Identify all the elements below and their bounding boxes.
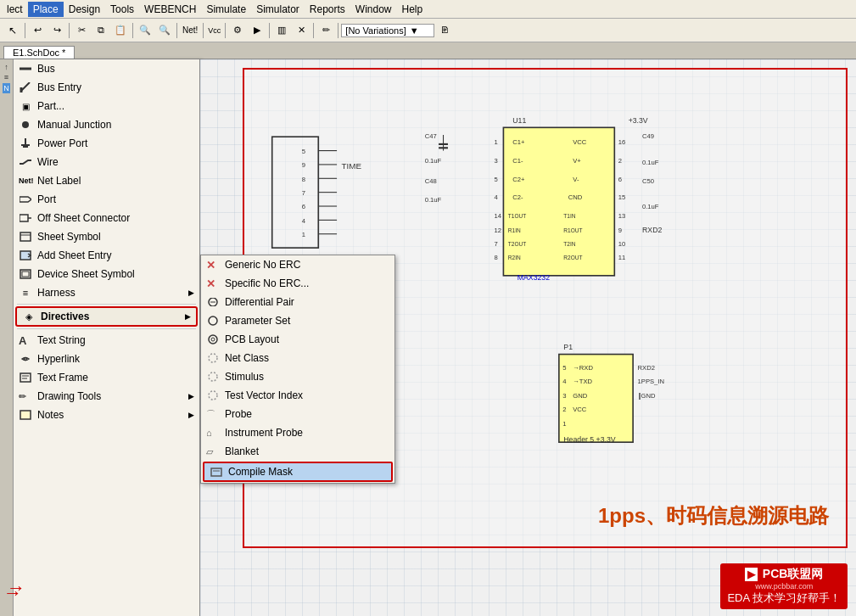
submenu-item-generic-no-erc[interactable]: ✕ Generic No ERC — [201, 255, 394, 274]
menubar-item-simulator[interactable]: Simulator — [251, 2, 305, 17]
menu-item-directives[interactable]: ◈ Directives ▶ — [15, 306, 198, 327]
menubar-item-lect[interactable]: lect — [2, 2, 28, 17]
variations-label: [No Variations] — [345, 25, 406, 36]
menubar-item-place[interactable]: Place — [28, 2, 64, 17]
submenu-item-instrument-probe[interactable]: ⌂ Instrument Probe — [201, 423, 394, 442]
svg-rect-29 — [272, 137, 319, 248]
toolbar-btn-zoom-out[interactable]: 🔍 — [155, 21, 174, 40]
menu-item-net-label[interactable]: Net! Net Label — [14, 171, 199, 190]
directives-icon: ◈ — [22, 310, 36, 323]
menu-separator-1 — [17, 304, 196, 305]
svg-text:T1IN: T1IN — [563, 213, 575, 219]
svg-text:7: 7 — [302, 189, 305, 197]
submenu-item-blanket[interactable]: ▱ Blanket — [201, 442, 394, 461]
menu-item-part[interactable]: ▣ Part... — [14, 97, 199, 115]
svg-text:R2OUT: R2OUT — [563, 255, 582, 260]
menu-item-hyperlink[interactable]: Hyperlink — [14, 350, 199, 368]
svg-text:7: 7 — [495, 240, 498, 248]
svg-text:RXD2: RXD2 — [638, 364, 655, 372]
menu-item-bus-label: Bus — [37, 63, 55, 75]
testvector-icon — [206, 389, 220, 402]
menubar-item-design[interactable]: Design — [64, 2, 105, 17]
svg-text:→TXD: →TXD — [573, 378, 592, 385]
toolbar-btn-pen[interactable]: ✏ — [316, 21, 335, 40]
menubar-item-help[interactable]: Help — [397, 2, 428, 17]
menubar-item-tools[interactable]: Tools — [105, 2, 139, 17]
menu-item-add-sheet-entry[interactable]: Add Sheet Entry — [14, 246, 199, 265]
submenu-diff-pair-label: Differential Pair — [225, 296, 294, 308]
svg-text:‖GND: ‖GND — [638, 392, 656, 400]
toolbar-btn-redo[interactable]: ↪ — [48, 21, 66, 40]
svg-text:U11: U11 — [512, 116, 526, 125]
toolbar-btn-zoom-in[interactable]: 🔍 — [136, 21, 154, 40]
submenu-specific-no-erc-label: Specific No ERC... — [225, 277, 309, 289]
menu-item-bus-entry[interactable]: Bus Entry — [14, 78, 199, 97]
notes-arrow: ▶ — [188, 411, 194, 419]
toolbar-btn-copy[interactable]: ⧉ — [92, 21, 110, 40]
toolbar-btn-more1[interactable]: ▥ — [272, 21, 291, 40]
svg-text:9: 9 — [302, 161, 305, 169]
left-icon-1[interactable]: ↑ — [4, 63, 8, 71]
menu-item-manual-junction[interactable]: Manual Junction — [14, 115, 199, 134]
menu-item-port[interactable]: Port — [14, 190, 199, 209]
main-content: ↑ ≡ N Bus Bus Entry ▣ Part... — [0, 59, 856, 616]
svg-rect-106 — [559, 355, 633, 443]
menu-item-notes[interactable]: Notes ▶ — [14, 406, 199, 424]
menu-item-off-sheet[interactable]: Off Sheet Connector — [14, 209, 199, 227]
tab-e1schdoc[interactable]: E1.SchDoc * — [3, 46, 75, 59]
pcb-logo-text: ▶ PCB联盟网 — [727, 567, 841, 582]
submenu-item-test-vector[interactable]: Test Vector Index — [201, 386, 394, 405]
toolbar-sep-8 — [313, 23, 314, 38]
submenu-item-pcb-layout[interactable]: PCB Layout — [201, 330, 394, 349]
submenu-item-compile-mask[interactable]: Compile Mask — [203, 462, 393, 482]
toolbar-btn-cursor[interactable]: ↖ — [3, 21, 22, 40]
submenu-item-differential-pair[interactable]: Differential Pair — [201, 293, 394, 311]
submenu-item-stimulus[interactable]: Stimulus — [201, 367, 394, 386]
menu-item-device-sheet[interactable]: Device Sheet Symbol — [14, 265, 199, 283]
left-icon-3[interactable]: N — [3, 83, 10, 93]
menu-item-wire[interactable]: Wire — [14, 153, 199, 171]
menu-item-drawing-tools[interactable]: ✏ Drawing Tools ▶ — [14, 387, 199, 406]
param-icon — [206, 314, 220, 328]
svg-text:C2+: C2+ — [512, 176, 525, 183]
svg-text:4: 4 — [495, 193, 499, 201]
menubar-item-simulate[interactable]: Simulate — [201, 2, 251, 17]
menubar-item-window[interactable]: Window — [350, 2, 397, 17]
far-left-panel: ↑ ≡ N — [0, 59, 14, 616]
menu-item-harness[interactable]: ≡ Harness ▶ — [14, 283, 199, 302]
variations-dropdown[interactable]: [No Variations] ▼ — [341, 24, 434, 37]
menu-item-sheet-symbol[interactable]: Sheet Symbol — [14, 227, 199, 246]
left-icon-2[interactable]: ≡ — [4, 73, 8, 81]
toolbar-btn-undo[interactable]: ↩ — [28, 21, 47, 40]
wire-icon — [19, 155, 32, 169]
menubar-item-reports[interactable]: Reports — [305, 2, 350, 17]
svg-text:15: 15 — [618, 193, 625, 201]
menu-item-text-frame[interactable]: Text Frame — [14, 368, 199, 387]
svg-text:10: 10 — [618, 240, 625, 248]
submenu-probe-label: Probe — [225, 408, 252, 420]
svg-text:Header 5  +3.3V: Header 5 +3.3V — [563, 435, 616, 444]
svg-rect-10 — [20, 232, 31, 241]
submenu-item-parameter-set[interactable]: Parameter Set — [201, 311, 394, 330]
diff-pair-icon — [206, 295, 220, 309]
svg-text:C47: C47 — [425, 132, 437, 140]
menubar-item-webench[interactable]: WEBENCH — [139, 2, 201, 17]
pcb-logo-tagline: EDA 技术学习好帮手！ — [727, 591, 841, 606]
toolbar-btn-compile[interactable]: ⚙ — [228, 21, 247, 40]
toolbar-btn-run[interactable]: ▶ — [248, 21, 266, 40]
submenu-item-net-class[interactable]: Net Class — [201, 349, 394, 367]
submenu-item-specific-no-erc[interactable]: ✕ Specific No ERC... — [201, 274, 394, 293]
toolbar-btn-cut[interactable]: ✂ — [72, 21, 91, 40]
svg-rect-12 — [20, 251, 31, 260]
toolbar-btn-schematic[interactable]: 🖹 — [435, 21, 454, 40]
menu-item-bus[interactable]: Bus — [14, 59, 199, 78]
svg-text:13: 13 — [618, 212, 625, 220]
toolbar-btn-paste[interactable]: 📋 — [111, 21, 130, 40]
menu-item-power-port[interactable]: Power Port — [14, 134, 199, 153]
toolbar: ↖ ↩ ↪ ✂ ⧉ 📋 🔍 🔍 Net! Vcc ⚙ ▶ ▥ ✕ ✏ [No V… — [0, 19, 856, 42]
submenu-stimulus-label: Stimulus — [225, 371, 264, 383]
submenu-item-probe[interactable]: ⌒ Probe — [201, 405, 394, 423]
directives-submenu: ✕ Generic No ERC ✕ Specific No ERC... Di… — [200, 255, 395, 484]
menu-item-text-string[interactable]: A Text String — [14, 331, 199, 350]
toolbar-btn-more2[interactable]: ✕ — [292, 21, 311, 40]
